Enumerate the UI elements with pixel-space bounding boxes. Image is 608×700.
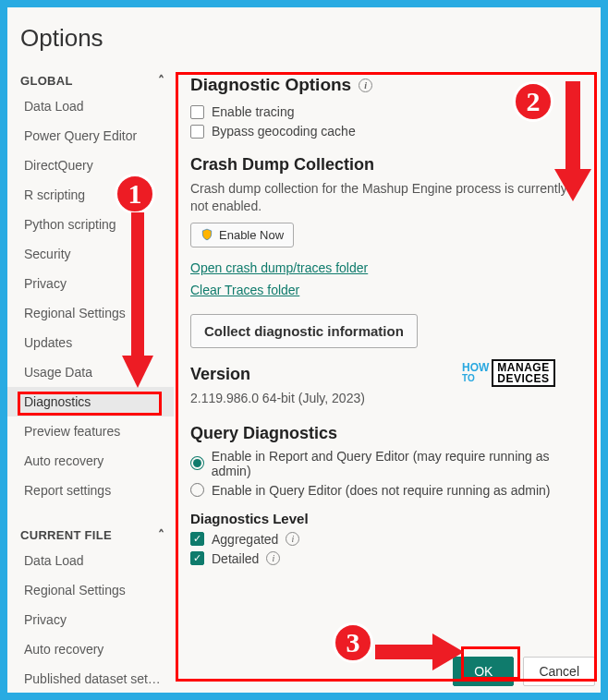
qd-radio2-label: Enable in Query Editor (does not require… [212,483,551,498]
diagnostic-options-header: Diagnostic Options [190,75,351,95]
radio-icon [190,456,204,470]
shield-icon [201,228,213,241]
sidebar-section-currentfile[interactable]: CURRENT FILE ˄ [7,522,174,546]
sidebar-item-r-scripting[interactable]: R scripting [7,180,174,210]
diagnostics-level-header: Diagnostics Level [190,511,586,526]
query-diagnostics-header: Query Diagnostics [190,424,586,443]
detailed-label: Detailed [212,551,259,566]
sidebar-item-published-dataset-set-[interactable]: Published dataset set… [7,664,174,694]
collect-diagnostic-button[interactable]: Collect diagnostic information [190,314,418,348]
aggregated-checkbox[interactable]: Aggregated i [190,532,586,547]
sidebar-item-query-reduction[interactable]: Query reduction [7,694,174,695]
ok-button[interactable]: OK [453,657,514,686]
content-panel: Diagnostic Options i Enable tracing Bypa… [174,62,601,695]
sidebar-item-auto-recovery[interactable]: Auto recovery [7,634,174,664]
enable-tracing-label: Enable tracing [212,104,295,119]
checkbox-icon [190,105,204,119]
checkbox-icon [190,125,204,139]
qd-radio-report-editor[interactable]: Enable in Report and Query Editor (may r… [190,449,586,478]
chevron-up-icon: ˄ [158,527,164,542]
enable-now-label: Enable Now [219,228,284,242]
aggregated-label: Aggregated [212,532,278,547]
sidebar: GLOBAL ˄ Data LoadPower Query EditorDire… [7,62,174,695]
bypass-geocoding-checkbox[interactable]: Bypass geocoding cache [190,124,586,139]
sidebar-item-security[interactable]: Security [7,239,174,269]
open-crash-folder-link[interactable]: Open crash dump/traces folder [190,260,368,275]
sidebar-item-auto-recovery[interactable]: Auto recovery [7,446,174,476]
crash-dump-header: Crash Dump Collection [190,155,586,175]
sidebar-item-power-query-editor[interactable]: Power Query Editor [7,121,174,151]
radio-icon [190,483,204,497]
dialog-footer: OK Cancel [453,657,595,686]
sidebar-item-directquery[interactable]: DirectQuery [7,151,174,180]
sidebar-item-privacy[interactable]: Privacy [7,269,174,298]
info-icon[interactable]: i [266,551,280,565]
bypass-geocoding-label: Bypass geocoding cache [212,124,356,139]
qd-radio1-label: Enable in Report and Query Editor (may r… [212,449,586,478]
sidebar-item-usage-data[interactable]: Usage Data [7,357,174,387]
detailed-checkbox[interactable]: Detailed i [190,551,586,566]
sidebar-section-global[interactable]: GLOBAL ˄ [7,67,174,91]
crash-dump-description: Crash dump collection for the Mashup Eng… [190,180,586,215]
enable-now-button[interactable]: Enable Now [190,223,294,247]
qd-radio-query-editor[interactable]: Enable in Query Editor (does not require… [190,483,586,498]
sidebar-item-data-load[interactable]: Data Load [7,91,174,121]
checkbox-icon [190,551,204,565]
sidebar-item-report-settings[interactable]: Report settings [7,476,174,505]
sidebar-item-updates[interactable]: Updates [7,328,174,357]
sidebar-item-privacy[interactable]: Privacy [7,605,174,634]
sidebar-item-data-load[interactable]: Data Load [7,546,174,575]
sidebar-item-preview-features[interactable]: Preview features [7,416,174,446]
clear-traces-link[interactable]: Clear Traces folder [190,283,299,297]
checkbox-icon [190,532,204,546]
sidebar-item-diagnostics[interactable]: Diagnostics [7,387,174,416]
version-text: 2.119.986.0 64-bit (July, 2023) [190,390,586,407]
enable-tracing-checkbox[interactable]: Enable tracing [190,104,586,119]
chevron-up-icon: ˄ [158,73,164,88]
sidebar-item-regional-settings[interactable]: Regional Settings [7,298,174,328]
sidebar-item-regional-settings[interactable]: Regional Settings [7,575,174,605]
cancel-button[interactable]: Cancel [523,657,595,686]
dialog-title: Options [7,7,601,62]
sidebar-section-currentfile-label: CURRENT FILE [20,528,112,542]
sidebar-item-python-scripting[interactable]: Python scripting [7,210,174,239]
info-icon[interactable]: i [359,78,372,92]
info-icon[interactable]: i [286,532,299,546]
sidebar-section-global-label: GLOBAL [20,74,73,88]
watermark-logo: HOW TO MANAGE DEVICES [462,357,591,389]
